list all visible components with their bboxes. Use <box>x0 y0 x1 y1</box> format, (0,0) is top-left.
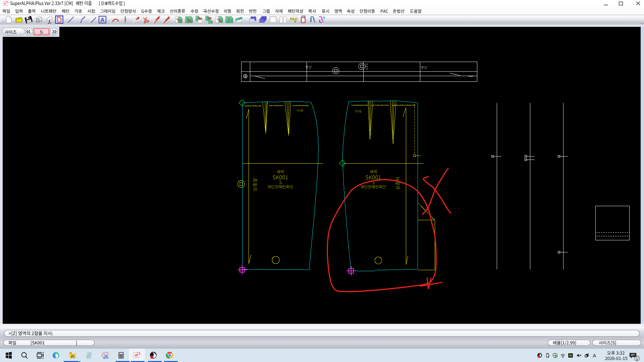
svg-text:S: S <box>40 29 43 35</box>
svg-text:1: 1 <box>636 356 638 361</box>
